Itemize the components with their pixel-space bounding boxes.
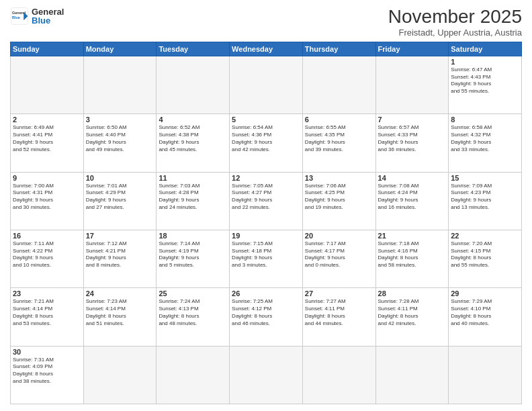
day-info: Sunrise: 6:57 AMSunset: 4:33 PMDaylight:…: [378, 124, 447, 153]
calendar-cell: 27Sunrise: 7:27 AMSunset: 4:11 PMDayligh…: [302, 288, 375, 346]
day-info: Sunrise: 7:00 AMSunset: 4:31 PMDaylight:…: [13, 183, 81, 212]
calendar-cell: [157, 56, 230, 113]
day-info: Sunrise: 7:01 AMSunset: 4:29 PMDaylight:…: [86, 183, 154, 212]
day-number: 16: [13, 232, 81, 240]
calendar-cell: 5Sunrise: 6:54 AMSunset: 4:36 PMDaylight…: [230, 114, 303, 172]
calendar-cell: 16Sunrise: 7:11 AMSunset: 4:22 PMDayligh…: [11, 230, 84, 287]
day-number: 23: [13, 289, 81, 298]
page: General Blue General Blue November 2025 …: [0, 0, 532, 411]
day-number: 8: [451, 116, 519, 124]
col-header-thursday: Thursday: [302, 42, 375, 56]
calendar-week-row: 2Sunrise: 6:49 AMSunset: 4:41 PMDaylight…: [11, 114, 522, 172]
calendar-cell: [375, 56, 449, 113]
day-number: 3: [86, 116, 154, 124]
subtitle: Freistadt, Upper Austria, Austria: [388, 28, 522, 38]
day-info: Sunrise: 6:54 AMSunset: 4:36 PMDaylight:…: [232, 124, 300, 153]
day-number: 5: [232, 116, 300, 124]
day-number: 7: [378, 116, 447, 124]
day-number: 15: [451, 174, 519, 182]
calendar-cell: 20Sunrise: 7:17 AMSunset: 4:17 PMDayligh…: [302, 230, 375, 287]
calendar-cell: 30Sunrise: 7:31 AMSunset: 4:09 PMDayligh…: [11, 346, 84, 404]
calendar-cell: 26Sunrise: 7:25 AMSunset: 4:12 PMDayligh…: [230, 288, 303, 346]
day-info: Sunrise: 7:18 AMSunset: 4:16 PMDaylight:…: [378, 240, 447, 269]
calendar-cell: [11, 56, 84, 113]
calendar-cell: 29Sunrise: 7:29 AMSunset: 4:10 PMDayligh…: [449, 288, 522, 346]
day-info: Sunrise: 7:29 AMSunset: 4:10 PMDaylight:…: [451, 298, 519, 327]
day-number: 26: [232, 289, 300, 298]
day-info: Sunrise: 7:27 AMSunset: 4:11 PMDaylight:…: [305, 298, 373, 327]
calendar-week-row: 16Sunrise: 7:11 AMSunset: 4:22 PMDayligh…: [11, 230, 522, 287]
calendar-header-row: SundayMondayTuesdayWednesdayThursdayFrid…: [11, 42, 522, 56]
col-header-wednesday: Wednesday: [230, 42, 303, 56]
calendar-cell: 11Sunrise: 7:03 AMSunset: 4:28 PMDayligh…: [157, 172, 230, 230]
svg-text:Blue: Blue: [12, 15, 20, 19]
calendar-cell: 8Sunrise: 6:58 AMSunset: 4:32 PMDaylight…: [449, 114, 522, 172]
day-number: 9: [13, 174, 81, 182]
day-info: Sunrise: 7:11 AMSunset: 4:22 PMDaylight:…: [13, 240, 81, 269]
calendar-cell: 17Sunrise: 7:12 AMSunset: 4:21 PMDayligh…: [83, 230, 157, 287]
calendar-cell: 13Sunrise: 7:06 AMSunset: 4:25 PMDayligh…: [302, 172, 375, 230]
day-info: Sunrise: 7:24 AMSunset: 4:13 PMDaylight:…: [159, 298, 227, 327]
day-info: Sunrise: 7:31 AMSunset: 4:09 PMDaylight:…: [13, 357, 81, 385]
calendar-cell: 7Sunrise: 6:57 AMSunset: 4:33 PMDaylight…: [375, 114, 449, 172]
day-info: Sunrise: 7:03 AMSunset: 4:28 PMDaylight:…: [159, 183, 227, 212]
day-info: Sunrise: 7:15 AMSunset: 4:18 PMDaylight:…: [232, 240, 300, 269]
day-number: 28: [378, 289, 447, 298]
day-number: 14: [378, 174, 447, 182]
col-header-friday: Friday: [375, 42, 449, 56]
day-info: Sunrise: 7:21 AMSunset: 4:14 PMDaylight:…: [13, 298, 81, 327]
day-number: 30: [13, 348, 81, 356]
day-number: 19: [232, 232, 300, 240]
day-number: 17: [86, 232, 154, 240]
calendar-cell: 1Sunrise: 6:47 AMSunset: 4:43 PMDaylight…: [449, 56, 522, 113]
day-info: Sunrise: 7:12 AMSunset: 4:21 PMDaylight:…: [86, 240, 154, 269]
calendar-cell: 21Sunrise: 7:18 AMSunset: 4:16 PMDayligh…: [375, 230, 449, 287]
calendar-table: SundayMondayTuesdayWednesdayThursdayFrid…: [10, 42, 522, 404]
day-number: 27: [305, 289, 373, 298]
calendar-cell: 12Sunrise: 7:05 AMSunset: 4:27 PMDayligh…: [230, 172, 303, 230]
calendar-cell: 3Sunrise: 6:50 AMSunset: 4:40 PMDaylight…: [83, 114, 157, 172]
header: General Blue General Blue November 2025 …: [10, 7, 522, 38]
day-number: 20: [305, 232, 373, 240]
day-number: 1: [451, 58, 519, 66]
day-number: 10: [86, 174, 154, 182]
day-number: 22: [451, 232, 519, 240]
day-info: Sunrise: 7:28 AMSunset: 4:11 PMDaylight:…: [378, 298, 447, 327]
day-info: Sunrise: 6:49 AMSunset: 4:41 PMDaylight:…: [13, 124, 81, 153]
calendar-cell: 22Sunrise: 7:20 AMSunset: 4:15 PMDayligh…: [449, 230, 522, 287]
day-number: 11: [159, 174, 227, 182]
calendar-cell: 19Sunrise: 7:15 AMSunset: 4:18 PMDayligh…: [230, 230, 303, 287]
calendar-cell: 14Sunrise: 7:08 AMSunset: 4:24 PMDayligh…: [375, 172, 449, 230]
day-info: Sunrise: 7:06 AMSunset: 4:25 PMDaylight:…: [305, 183, 373, 212]
calendar-cell: 10Sunrise: 7:01 AMSunset: 4:29 PMDayligh…: [83, 172, 157, 230]
day-number: 24: [86, 289, 154, 298]
col-header-monday: Monday: [83, 42, 157, 56]
day-number: 2: [13, 116, 81, 124]
calendar-week-row: 9Sunrise: 7:00 AMSunset: 4:31 PMDaylight…: [11, 172, 522, 230]
calendar-cell: 6Sunrise: 6:55 AMSunset: 4:35 PMDaylight…: [302, 114, 375, 172]
day-info: Sunrise: 7:23 AMSunset: 4:14 PMDaylight:…: [86, 298, 154, 327]
day-info: Sunrise: 6:47 AMSunset: 4:43 PMDaylight:…: [451, 66, 519, 95]
day-info: Sunrise: 6:52 AMSunset: 4:38 PMDaylight:…: [159, 124, 227, 153]
calendar-cell: [302, 346, 375, 404]
calendar-cell: 9Sunrise: 7:00 AMSunset: 4:31 PMDaylight…: [11, 172, 84, 230]
day-info: Sunrise: 7:20 AMSunset: 4:15 PMDaylight:…: [451, 240, 519, 269]
title-block: November 2025 Freistadt, Upper Austria, …: [388, 7, 522, 38]
calendar-cell: 28Sunrise: 7:28 AMSunset: 4:11 PMDayligh…: [375, 288, 449, 346]
calendar-cell: [302, 56, 375, 113]
day-info: Sunrise: 7:17 AMSunset: 4:17 PMDaylight:…: [305, 240, 373, 269]
calendar-cell: 25Sunrise: 7:24 AMSunset: 4:13 PMDayligh…: [157, 288, 230, 346]
day-number: 6: [305, 116, 373, 124]
day-info: Sunrise: 6:50 AMSunset: 4:40 PMDaylight:…: [86, 124, 154, 153]
calendar-cell: [449, 346, 522, 404]
logo-blue-text: Blue: [32, 15, 64, 26]
calendar-cell: [230, 56, 303, 113]
calendar-cell: [157, 346, 230, 404]
calendar-cell: 18Sunrise: 7:14 AMSunset: 4:19 PMDayligh…: [157, 230, 230, 287]
month-title: November 2025: [388, 7, 522, 28]
day-number: 13: [305, 174, 373, 182]
day-info: Sunrise: 6:58 AMSunset: 4:32 PMDaylight:…: [451, 124, 519, 153]
day-number: 29: [451, 289, 519, 298]
calendar-cell: 24Sunrise: 7:23 AMSunset: 4:14 PMDayligh…: [83, 288, 157, 346]
col-header-tuesday: Tuesday: [157, 42, 230, 56]
